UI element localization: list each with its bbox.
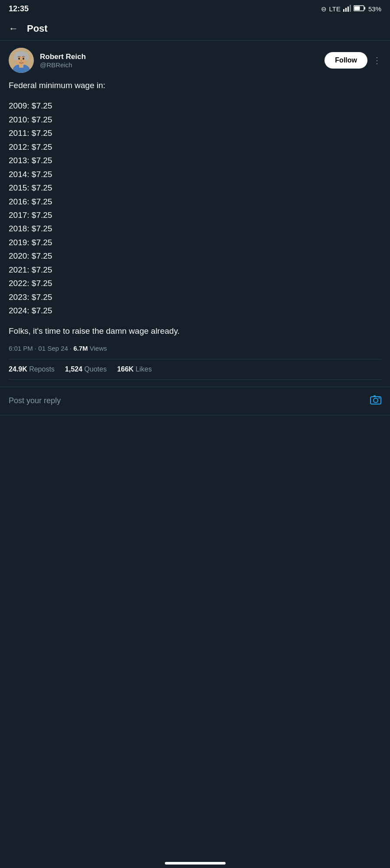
wage-item: 2016: $7.25	[9, 195, 381, 208]
battery-percent: 53%	[368, 5, 381, 13]
avatar[interactable]	[9, 48, 34, 73]
battery-icon	[354, 5, 366, 13]
user-row: Robert Reich @RBReich Follow ⋮	[9, 48, 381, 73]
stats-row: 24.9K Reposts 1,524 Quotes 166K Likes	[9, 359, 381, 380]
svg-point-18	[374, 398, 378, 402]
post-container: Robert Reich @RBReich Follow ⋮ Federal m…	[0, 41, 390, 387]
user-actions: Follow ⋮	[324, 52, 381, 69]
timestamp: 6:01 PM · 01 Sep 24 · 6.7M Views	[9, 345, 381, 352]
wage-item: 2022: $7.25	[9, 277, 381, 289]
page-title: Post	[27, 23, 48, 34]
status-icons: ⊖ LTE 53%	[321, 5, 381, 13]
wage-item: 2020: $7.25	[9, 250, 381, 262]
wage-item: 2013: $7.25	[9, 154, 381, 167]
username: @RBReich	[40, 61, 86, 69]
wage-item: 2019: $7.25	[9, 236, 381, 249]
timestamp-text: 6:01 PM · 01 Sep 24 ·	[9, 345, 73, 352]
more-options-button[interactable]: ⋮	[373, 55, 381, 66]
quotes-stat[interactable]: 1,524 Quotes	[65, 365, 107, 373]
svg-rect-5	[364, 7, 365, 10]
wage-item: 2018: $7.25	[9, 222, 381, 235]
svg-point-13	[24, 54, 29, 61]
home-indicator	[0, 855, 390, 868]
post-conclusion: Folks, it's time to raise the damn wage …	[9, 325, 381, 337]
status-bar: 12:35 ⊖ LTE 53%	[0, 0, 390, 17]
wage-list: 2009: $7.252010: $7.252011: $7.252012: $…	[9, 99, 381, 317]
wage-item: 2012: $7.25	[9, 141, 381, 153]
back-button[interactable]: ←	[9, 23, 18, 34]
status-time: 12:35	[9, 4, 29, 13]
svg-rect-19	[374, 395, 376, 397]
wage-item: 2021: $7.25	[9, 263, 381, 276]
reposts-label: Reposts	[27, 365, 55, 373]
home-bar	[165, 862, 226, 865]
views-label: Views	[88, 345, 107, 352]
svg-point-14	[18, 58, 20, 60]
reposts-stat[interactable]: 24.9K Reposts	[9, 365, 55, 373]
svg-rect-6	[354, 7, 360, 10]
svg-point-16	[20, 60, 22, 62]
quotes-label: Quotes	[82, 365, 107, 373]
post-intro: Federal minimum wage in:	[9, 79, 381, 92]
wage-item: 2009: $7.25	[9, 99, 381, 112]
wage-item: 2015: $7.25	[9, 181, 381, 194]
reposts-count: 24.9K	[9, 365, 27, 373]
wage-item: 2023: $7.25	[9, 291, 381, 303]
reply-box: Post your reply	[0, 387, 390, 415]
likes-label: Likes	[134, 365, 152, 373]
header: ← Post	[0, 17, 390, 41]
dnd-icon: ⊖	[321, 5, 327, 13]
svg-rect-0	[343, 9, 344, 12]
likes-stat[interactable]: 166K Likes	[117, 365, 152, 373]
signal-icon	[343, 5, 351, 13]
quotes-count: 1,524	[65, 365, 82, 373]
wage-item: 2011: $7.25	[9, 127, 381, 139]
wage-item: 2017: $7.25	[9, 209, 381, 221]
user-info: Robert Reich @RBReich	[9, 48, 86, 73]
lte-label: LTE	[329, 5, 341, 13]
svg-rect-2	[347, 7, 349, 12]
svg-point-20	[379, 397, 380, 398]
svg-rect-3	[350, 5, 351, 12]
wage-item: 2024: $7.25	[9, 304, 381, 317]
user-names: Robert Reich @RBReich	[40, 53, 86, 69]
post-content: Federal minimum wage in: 2009: $7.252010…	[9, 79, 381, 338]
display-name: Robert Reich	[40, 53, 86, 61]
svg-rect-1	[345, 8, 347, 12]
wage-item: 2014: $7.25	[9, 168, 381, 181]
follow-button[interactable]: Follow	[324, 52, 367, 69]
views-count: 6.7M	[73, 345, 88, 352]
likes-count: 166K	[117, 365, 134, 373]
svg-point-12	[14, 54, 18, 61]
svg-point-15	[23, 58, 24, 60]
camera-icon[interactable]	[370, 395, 381, 407]
reply-input-placeholder[interactable]: Post your reply	[9, 396, 61, 405]
wage-item: 2010: $7.25	[9, 113, 381, 126]
